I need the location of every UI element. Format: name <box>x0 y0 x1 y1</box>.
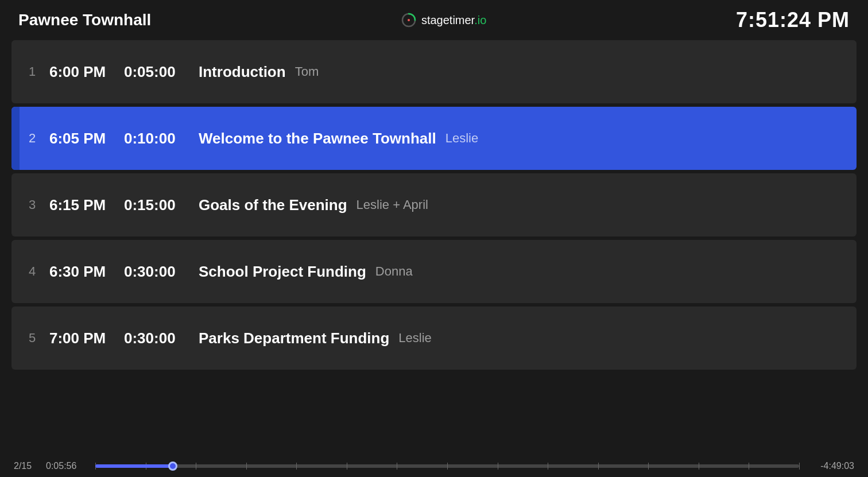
brand-name-main: stagetimer <box>421 14 474 26</box>
progress-tick <box>498 463 498 470</box>
item-counter: 2/15 <box>14 461 37 471</box>
agenda-item[interactable]: 1 6:00 PM 0:05:00 Introduction Tom <box>11 40 857 103</box>
remaining-time: -4:49:03 <box>808 461 854 471</box>
agenda-item[interactable]: 2 6:05 PM 0:10:00 Welcome to the Pawnee … <box>11 107 857 170</box>
progress-tick <box>699 463 699 470</box>
item-duration: 0:15:00 <box>124 196 199 214</box>
progress-tick <box>648 463 649 470</box>
progress-tick <box>196 463 196 470</box>
progress-fill <box>95 464 173 468</box>
agenda-item[interactable]: 4 6:30 PM 0:30:00 School Project Funding… <box>11 240 857 303</box>
item-number: 5 <box>29 331 49 346</box>
item-time: 7:00 PM <box>49 329 124 347</box>
brand-name: stagetimer.io <box>421 14 486 27</box>
progress-thumb[interactable] <box>168 462 177 471</box>
item-title: Introduction <box>199 63 286 81</box>
progress-tick <box>598 463 599 470</box>
item-speaker: Leslie <box>445 131 478 146</box>
item-duration: 0:30:00 <box>124 329 199 347</box>
item-duration: 0:10:00 <box>124 130 199 148</box>
progress-tick <box>296 463 297 470</box>
item-number: 4 <box>29 264 49 279</box>
brand-logo-icon <box>401 12 417 28</box>
item-number: 2 <box>29 131 49 146</box>
brand: stagetimer.io <box>401 12 486 28</box>
elapsed-time: 0:05:56 <box>46 461 86 471</box>
progress-tick <box>548 463 548 470</box>
item-speaker: Tom <box>295 64 319 79</box>
item-speaker: Leslie + April <box>356 197 428 212</box>
agenda-item[interactable]: 5 7:00 PM 0:30:00 Parks Department Fundi… <box>11 307 857 370</box>
active-indicator <box>11 107 20 170</box>
item-time: 6:15 PM <box>49 196 124 214</box>
progress-tick <box>347 463 347 470</box>
svg-point-1 <box>408 19 410 21</box>
item-title: Goals of the Evening <box>199 196 347 214</box>
brand-name-tld: .io <box>474 14 486 26</box>
item-duration: 0:05:00 <box>124 63 199 81</box>
progress-tick <box>246 463 247 470</box>
item-title: School Project Funding <box>199 263 366 281</box>
clock-display: 7:51:24 PM <box>736 8 850 32</box>
item-time: 6:30 PM <box>49 263 124 281</box>
page-title: Pawnee Townhall <box>18 11 151 29</box>
item-speaker: Donna <box>375 264 413 279</box>
item-number: 3 <box>29 197 49 212</box>
progress-tick <box>447 463 448 470</box>
footer-bar: 2/15 0:05:56 -4:49:03 <box>0 455 868 477</box>
progress-tick <box>799 463 800 470</box>
item-title: Parks Department Funding <box>199 329 389 347</box>
agenda-item[interactable]: 3 6:15 PM 0:15:00 Goals of the Evening L… <box>11 173 857 236</box>
item-title: Welcome to the Pawnee Townhall <box>199 130 436 148</box>
item-time: 6:05 PM <box>49 130 124 148</box>
progress-tick <box>749 463 749 470</box>
item-number: 1 <box>29 64 49 79</box>
agenda-list: 1 6:00 PM 0:05:00 Introduction Tom 2 6:0… <box>0 38 868 455</box>
item-duration: 0:30:00 <box>124 263 199 281</box>
header: Pawnee Townhall stagetimer.io 7:51:24 PM <box>0 0 868 38</box>
progress-bar[interactable] <box>95 464 799 468</box>
progress-tick <box>397 463 397 470</box>
item-time: 6:00 PM <box>49 63 124 81</box>
item-speaker: Leslie <box>398 331 431 346</box>
